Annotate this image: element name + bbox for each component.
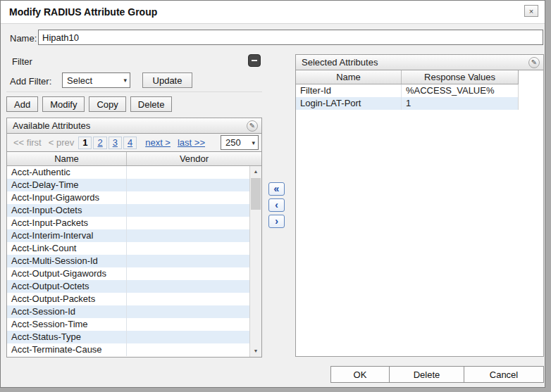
attribute-name-cell: Acct-Output-Octets: [7, 280, 127, 293]
attribute-value-cell: 1: [402, 97, 518, 110]
chevron-down-icon: ▾: [123, 77, 127, 84]
attribute-name-cell: Acct-Multi-Session-Id: [7, 255, 127, 267]
attribute-name-cell: Acct-Input-Octets: [7, 204, 127, 217]
column-header-name[interactable]: Name: [296, 70, 402, 84]
table-row[interactable]: Acct-Output-Gigawords: [7, 267, 249, 280]
selected-attributes-list: Filter-Id %ACCESS_VALUE% Login-LAT-Port …: [296, 84, 519, 110]
page-size-value: 250: [225, 137, 241, 148]
move-right-button[interactable]: ›: [268, 215, 285, 228]
add-button[interactable]: Add: [6, 96, 38, 112]
available-attributes-panel: Available Attributes ✎ << first < prev 1…: [6, 118, 262, 358]
table-row[interactable]: Login-LAT-Port 1: [296, 97, 519, 110]
table-row[interactable]: Filter-Id %ACCESS_VALUE%: [296, 84, 519, 97]
scroll-up-icon[interactable]: ▲: [250, 166, 261, 177]
attribute-name-cell: Login-LAT-Port: [296, 97, 402, 110]
pagination-page-1[interactable]: 1: [78, 137, 92, 149]
name-label: Name:: [10, 33, 37, 44]
table-row[interactable]: Acct-Session-Id: [7, 305, 249, 318]
delete-button[interactable]: Delete: [130, 96, 173, 112]
attribute-vendor-cell: [127, 280, 249, 293]
attribute-vendor-cell: [127, 331, 249, 343]
vertical-scrollbar[interactable]: ▲ ▼: [249, 166, 261, 357]
pagination-bar: << first < prev 1 2 3 4 next > last >> 2…: [6, 134, 262, 152]
table-row[interactable]: Acct-Input-Packets: [7, 217, 249, 229]
table-row[interactable]: Acct-Output-Octets: [7, 280, 249, 293]
attribute-name-cell: Acct-Session-Time: [7, 318, 127, 331]
filter-select-value: Select: [67, 75, 92, 86]
pagination-first: << first: [10, 137, 45, 148]
attribute-name-cell: Acct-Output-Packets: [7, 293, 127, 305]
close-icon[interactable]: ×: [524, 5, 538, 17]
selected-attributes-title: Selected Attributes: [302, 57, 378, 68]
attribute-value-cell: %ACCESS_VALUE%: [402, 84, 518, 97]
attribute-actions: Add Modify Copy Delete: [6, 96, 172, 112]
table-row[interactable]: Acct-Multi-Session-Id: [7, 255, 249, 267]
cancel-button[interactable]: Cancel: [464, 366, 544, 383]
dialog-titlebar: Modify RADIUS Attribute Group ×: [1, 1, 545, 24]
minus-icon: [252, 60, 257, 61]
attribute-vendor-cell: [127, 166, 249, 179]
selected-attributes-table: Name Response Values Filter-Id %ACCESS_V…: [296, 70, 519, 110]
attribute-vendor-cell: [127, 217, 249, 229]
table-row[interactable]: Acct-Delay-Time: [7, 179, 249, 191]
scroll-down-icon[interactable]: ▼: [250, 346, 261, 357]
pagination-page-3[interactable]: 3: [109, 137, 122, 149]
edit-icon[interactable]: ✎: [247, 120, 258, 132]
attribute-vendor-cell: [127, 293, 249, 305]
column-header-vendor[interactable]: Vendor: [127, 152, 261, 165]
table-row[interactable]: Acct-Session-Time: [7, 318, 249, 331]
attribute-name-cell: Acct-Session-Id: [7, 305, 127, 318]
attribute-vendor-cell: [127, 191, 249, 204]
page-size-select[interactable]: 250 ▾: [221, 135, 259, 150]
pagination-next[interactable]: next >: [142, 137, 174, 148]
filter-select[interactable]: Select ▾: [62, 72, 130, 88]
table-row[interactable]: Acct-Authentic: [7, 166, 249, 179]
attribute-name-cell: Acct-Status-Type: [7, 331, 127, 343]
table-row[interactable]: Acct-Terminate-Cause: [7, 343, 249, 356]
attribute-name-cell: Acct-Authentic: [7, 166, 127, 179]
move-all-left-button[interactable]: «: [268, 182, 285, 196]
table-row[interactable]: Acct-Input-Gigawords: [7, 191, 249, 204]
transfer-buttons: « ‹ ›: [268, 182, 285, 228]
attribute-name-cell: Acct-Link-Count: [7, 242, 127, 255]
table-header-row: Name Vendor: [7, 152, 261, 166]
table-row[interactable]: Acct-Output-Packets: [7, 293, 249, 305]
attribute-name-cell: Acct-Interim-Interval: [7, 229, 127, 242]
table-row[interactable]: Acct-Status-Type: [7, 331, 249, 343]
table-row[interactable]: Acct-Interim-Interval: [7, 229, 249, 242]
edit-icon[interactable]: ✎: [528, 57, 540, 68]
attribute-vendor-cell: [127, 179, 249, 191]
attribute-vendor-cell: [127, 318, 249, 331]
attribute-name-cell: Filter-Id: [296, 84, 402, 97]
modify-button[interactable]: Modify: [42, 96, 85, 112]
copy-button[interactable]: Copy: [89, 96, 125, 112]
table-header-row: Name Response Values: [296, 70, 519, 84]
attribute-vendor-cell: [127, 255, 249, 267]
move-left-button[interactable]: ‹: [268, 198, 285, 212]
scrollbar-thumb[interactable]: [251, 178, 261, 210]
pagination-page-4[interactable]: 4: [123, 137, 137, 149]
pagination-page-2[interactable]: 2: [93, 137, 106, 149]
pagination-prev: < prev: [45, 137, 78, 148]
column-header-response-values[interactable]: Response Values: [402, 70, 518, 84]
chevron-down-icon: ▾: [252, 139, 255, 146]
attribute-vendor-cell: [127, 242, 249, 255]
available-attributes-title: Available Attributes: [13, 120, 90, 131]
table-row[interactable]: Acct-Input-Octets: [7, 204, 249, 217]
table-row[interactable]: Acct-Link-Count: [7, 242, 249, 255]
update-button[interactable]: Update: [142, 72, 192, 88]
modify-radius-attribute-group-dialog: Modify RADIUS Attribute Group × Name: Fi…: [0, 0, 545, 388]
selected-attributes-header: Selected Attributes ✎: [296, 55, 543, 70]
footer-delete-button[interactable]: Delete: [389, 366, 464, 383]
attribute-name-cell: Acct-Input-Gigawords: [7, 191, 127, 204]
attribute-vendor-cell: [127, 343, 249, 356]
pagination-last[interactable]: last >>: [174, 137, 209, 148]
selected-attributes-panel: Selected Attributes ✎ Name Response Valu…: [295, 54, 544, 357]
available-attributes-header: Available Attributes ✎: [6, 118, 262, 134]
attribute-name-cell: Acct-Terminate-Cause: [7, 343, 127, 356]
available-attributes-list: Acct-Authentic Acct-Delay-Time Acct-Inpu…: [7, 166, 249, 357]
collapse-filter-button[interactable]: [248, 54, 261, 67]
name-input[interactable]: [38, 30, 543, 45]
ok-button[interactable]: OK: [330, 366, 390, 383]
column-header-name[interactable]: Name: [7, 152, 127, 165]
